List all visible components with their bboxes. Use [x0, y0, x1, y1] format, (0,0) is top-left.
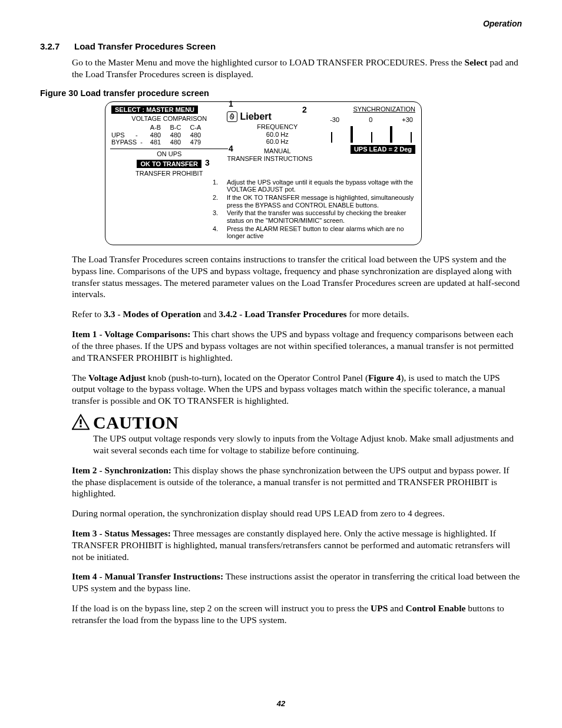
figure-caption: Figure 30 Load transfer procedure screen	[40, 88, 522, 98]
liebert-logo-text: Liebert	[240, 111, 271, 122]
panel-right-col: SYNCHRONIZATION -30 0 +30 UPS LEAD = 2 D…	[328, 106, 415, 154]
load-transfer-panel: SELECT : MASTER MENU VOLTAGE COMPARISON …	[105, 101, 422, 245]
caution-icon	[72, 414, 91, 456]
manual-label: MANUAL	[227, 147, 328, 155]
caution-block: CAUTION The UPS output voltage responds …	[72, 413, 522, 456]
voltage-adjust-label: Voltage Adjust	[88, 373, 146, 383]
col-ab: A-B	[146, 124, 166, 131]
page-number: 42	[0, 699, 562, 708]
col-bc: B-C	[166, 124, 186, 131]
item4-title: Item 4 - Manual Transfer Instructions:	[72, 571, 223, 581]
instr-num-4: 4.	[213, 225, 224, 240]
ref-ltp: 3.4.2 - Load Transfer Procedures	[219, 309, 346, 319]
sync-scale-zero: 0	[369, 116, 372, 124]
frequency-ups: 60.0 Hz	[227, 131, 328, 139]
bypass-bc: 480	[166, 139, 186, 146]
ups-lead-row: UPS LEAD = 2 Deg	[328, 145, 415, 154]
sync-scale-neg30: -30	[330, 116, 339, 124]
sync-tick	[411, 132, 412, 143]
svg-rect-1	[80, 419, 81, 424]
callout-3: 3	[205, 158, 210, 167]
ups-ca: 480	[186, 131, 206, 139]
figure-panel-wrap: 1 2 3 4 SELECT : MASTER MENU VOLTAGE COM…	[105, 101, 522, 245]
select-label: Select	[465, 57, 488, 67]
ups-button-label: UPS	[371, 603, 388, 613]
bypass-ca: 479	[186, 139, 206, 146]
section-heading: 3.2.7 Load Transfer Procedures Screen	[40, 41, 522, 52]
frequency-title: FREQUENCY	[227, 123, 328, 131]
caution-heading: CAUTION	[93, 413, 522, 433]
ups-lead-badge: UPS LEAD = 2 Deg	[351, 145, 415, 154]
para-overview: The Load Transfer Procedures screen cont…	[72, 253, 522, 300]
intro-paragraph: Go to the Master Menu and move the highl…	[72, 57, 522, 80]
svg-rect-2	[80, 426, 81, 427]
sync-scale-pos30: +30	[402, 116, 413, 124]
transfer-instructions-label: TRANSFER INSTRUCTIONS	[227, 155, 328, 163]
item3-title: Item 3 - Status Messages:	[72, 528, 171, 538]
text: knob (push-to-turn), located on the Oper…	[146, 373, 368, 383]
text: for more details.	[347, 309, 409, 319]
instr-2: If the OK TO TRANSFER message is highlig…	[227, 194, 415, 209]
on-ups-label: ON UPS	[111, 150, 227, 158]
text: Refer to	[72, 309, 104, 319]
ok-to-transfer-badge: OK TO TRANSFER	[137, 160, 201, 169]
frequency-bypass: 60.0 Hz	[227, 138, 328, 146]
caution-body: The UPS output voltage responds very slo…	[93, 433, 522, 456]
liebert-logo-icon	[227, 111, 237, 122]
panel-left-col: SELECT : MASTER MENU VOLTAGE COMPARISON …	[111, 106, 227, 177]
section-number: 3.2.7	[40, 41, 72, 51]
text: If the load is on the bypass line, step …	[72, 603, 371, 613]
text: and	[388, 603, 405, 613]
instr-4: Press the ALARM RESET button to clear al…	[227, 225, 415, 240]
status-messages: OK TO TRANSFER TRANSFER PROHIBIT	[111, 160, 227, 177]
para-normal-op: During normal operation, the synchroniza…	[72, 508, 522, 519]
para-item4: Item 4 - Manual Transfer Instructions: T…	[72, 571, 522, 594]
ref-modes: 3.3 - Modes of Operation	[104, 309, 201, 319]
liebert-logo: Liebert	[227, 111, 328, 122]
text: The	[72, 373, 88, 383]
section-title: Load Transfer Procedures Screen	[74, 41, 216, 51]
ups-bc: 480	[166, 131, 186, 139]
instr-1: Adjust the UPS voltage until it equals t…	[227, 179, 415, 193]
panel-center-col: Liebert FREQUENCY 60.0 Hz 60.0 Hz MANUAL…	[227, 106, 328, 163]
sync-tick	[331, 132, 332, 143]
instr-num-3: 3.	[213, 209, 224, 224]
text: and	[201, 309, 219, 319]
sync-graph	[328, 125, 415, 143]
para-voltage-adjust: The Voltage Adjust knob (push-to-turn), …	[72, 372, 522, 407]
text: Go to the Master Menu and move the highl…	[72, 57, 465, 67]
col-ca: C-A	[186, 124, 206, 131]
transfer-prohibit-label: TRANSFER PROHIBIT	[111, 170, 227, 177]
row-bypass-label: BYPASS -	[111, 139, 146, 146]
sync-tick	[371, 132, 372, 143]
para-refer: Refer to 3.3 - Modes of Operation and 3.…	[72, 308, 522, 320]
para-bypass-step2: If the load is on the bypass line, step …	[72, 602, 522, 626]
row-ups-label: UPS -	[111, 131, 146, 139]
figure4-ref: Figure 4	[368, 373, 401, 383]
panel-divider	[110, 149, 228, 149]
sync-tick-major	[351, 126, 353, 143]
item1-title: Item 1 - Voltage Comparisons:	[72, 329, 191, 339]
ups-ab: 480	[146, 131, 166, 139]
synchronization-title: SYNCHRONIZATION	[328, 106, 415, 113]
manual-transfer-instructions: 1. Adjust the UPS voltage until it equal…	[111, 179, 415, 240]
para-item1: Item 1 - Voltage Comparisons: This chart…	[72, 328, 522, 363]
instr-num-1: 1.	[213, 179, 224, 193]
control-enable-label: Control Enable	[406, 603, 466, 613]
sync-tick-major	[390, 126, 392, 143]
voltage-comparison-table: A-B B-C C-A UPS - 480 480 480 BYPASS - 4…	[111, 123, 227, 146]
instr-3: Verify that the transfer was successful …	[227, 209, 415, 224]
running-head: Operation	[40, 19, 522, 28]
voltage-comparison-title: VOLTAGE COMPARISON	[111, 115, 227, 123]
para-item2: Item 2 - Synchronization: This display s…	[72, 465, 522, 499]
item2-title: Item 2 - Synchronization:	[72, 465, 171, 475]
bypass-ab: 481	[146, 139, 166, 146]
para-item3: Item 3 - Status Messages: Three messages…	[72, 528, 522, 562]
sync-scale: -30 0 +30	[328, 116, 415, 124]
select-master-menu-bar: SELECT : MASTER MENU	[111, 106, 198, 114]
instr-num-2: 2.	[213, 194, 224, 209]
